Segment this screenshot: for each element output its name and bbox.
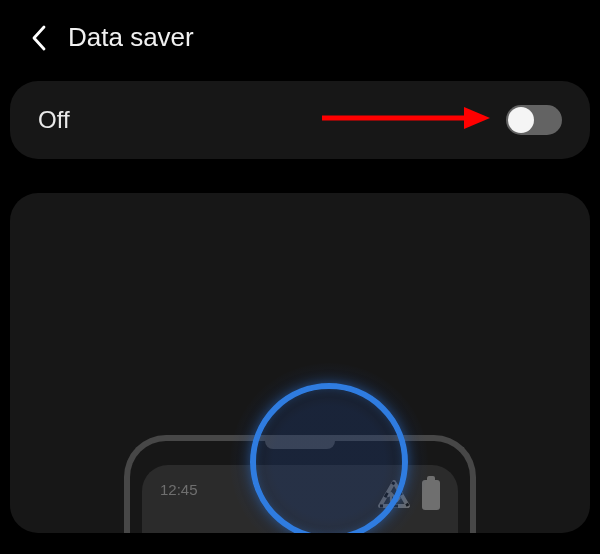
- illustration-card: 12:45: [10, 193, 590, 533]
- page-title: Data saver: [68, 22, 194, 53]
- toggle-knob: [508, 107, 534, 133]
- toggle-label: Off: [38, 106, 70, 134]
- highlight-ring: [250, 383, 408, 533]
- back-icon[interactable]: [30, 23, 48, 53]
- highlight-circle: [230, 363, 428, 533]
- svg-marker-1: [464, 107, 490, 129]
- annotation-arrow: [320, 103, 490, 137]
- data-saver-toggle-row[interactable]: Off: [10, 81, 590, 159]
- header: Data saver: [0, 0, 600, 81]
- toggle-switch[interactable]: [506, 105, 562, 135]
